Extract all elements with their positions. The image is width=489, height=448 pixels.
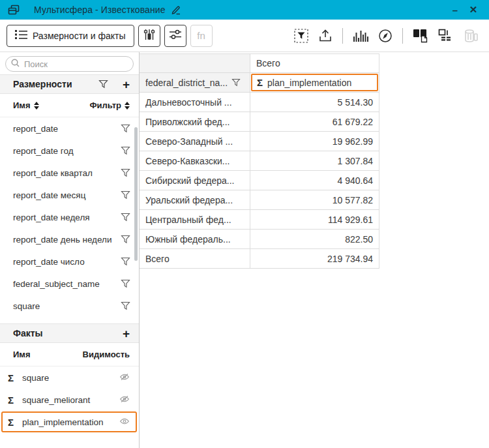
dimension-item[interactable]: report_date месяц — [0, 184, 139, 206]
dimension-item[interactable]: report_date квартал — [0, 162, 139, 184]
dimension-item[interactable]: report_date год — [0, 140, 139, 162]
app-window: Мультисфера - Известкование – ✕ Размерно… — [0, 0, 489, 448]
dimension-item[interactable]: report_date день недели — [0, 228, 139, 250]
edit-title-icon[interactable] — [171, 5, 181, 15]
sigma-icon: Σ — [8, 417, 22, 428]
row-label-cell[interactable]: Уральский федера... — [140, 190, 250, 210]
filter-column-header[interactable]: Фильтр — [89, 100, 121, 110]
value-cell[interactable]: 10 577.82 — [250, 190, 379, 210]
dimensions-facts-button[interactable]: Размерности и факты — [7, 25, 134, 47]
facts-section-header: Факты + — [0, 323, 139, 343]
dimension-item[interactable]: square — [0, 295, 139, 317]
value-cell[interactable]: 4 940.64 — [250, 171, 379, 190]
table-row: Южный федераль... 822.50 — [140, 230, 489, 249]
value-cell[interactable]: 822.50 — [250, 230, 379, 249]
dimensions-facts-label: Размерности и факты — [33, 31, 126, 41]
sigma-icon: Σ — [257, 77, 263, 88]
bar-chart-icon[interactable] — [353, 29, 368, 42]
compass-icon[interactable] — [378, 29, 393, 43]
minimize-button[interactable]: – — [446, 2, 464, 18]
name-column-header[interactable]: Имя — [13, 100, 31, 110]
filter-icon[interactable] — [121, 213, 130, 222]
filter-icon[interactable] — [121, 235, 130, 244]
table-row: Северо-Кавказски... 1 307.84 — [140, 151, 489, 171]
toolbar-divider — [402, 28, 403, 44]
filter-icon[interactable] — [121, 190, 130, 200]
add-dimension-button[interactable]: + — [123, 78, 130, 91]
vertical-sliders-button[interactable] — [138, 25, 160, 47]
row-label-cell[interactable]: Южный федераль... — [140, 230, 250, 249]
table-row: Дальневосточный ... 5 514.30 — [140, 93, 489, 112]
row-label-cell[interactable]: Дальневосточный ... — [140, 93, 250, 112]
pivot-corner-cell — [140, 53, 250, 73]
table-row: Сибирский федера... 4 940.64 — [140, 171, 489, 190]
fact-item[interactable]: Σ square — [0, 366, 139, 389]
pivot-total-column-header[interactable]: Всего — [250, 53, 379, 73]
eye-slash-icon[interactable] — [119, 395, 130, 405]
title-bar: Мультисфера - Известкование – ✕ — [0, 0, 489, 20]
facts-title: Факты — [13, 328, 43, 338]
table-row: Северо-Западный ... 19 962.99 — [140, 132, 489, 151]
filter-icon[interactable] — [121, 168, 130, 177]
filter-icon[interactable] — [121, 279, 130, 288]
sort-name-icon[interactable] — [34, 102, 39, 110]
fact-item[interactable]: Σ square_meliorant — [0, 389, 139, 411]
facts-column-headers: Имя Видимость — [0, 343, 139, 366]
dimension-item[interactable]: report_date неделя — [0, 206, 139, 228]
dimension-item[interactable]: federal_subject_name — [0, 273, 139, 295]
add-fact-button[interactable]: + — [123, 327, 130, 340]
filter-icon[interactable] — [121, 124, 130, 133]
eye-slash-icon[interactable] — [119, 373, 130, 383]
toolbar: Размерности и факты — [0, 20, 489, 52]
dimension-item[interactable]: report_date — [0, 117, 139, 140]
name-column-header: Имя — [13, 350, 31, 359]
value-cell[interactable]: 114 929.61 — [250, 210, 379, 230]
value-cell[interactable]: 61 679.22 — [250, 112, 379, 132]
value-cell[interactable]: 19 962.99 — [250, 132, 379, 151]
search-box[interactable] — [5, 56, 134, 72]
row-label-cell[interactable]: Северо-Западный ... — [140, 132, 250, 151]
row-label-cell[interactable]: Приволжский фед... — [140, 112, 250, 132]
selection-filter-icon[interactable] — [294, 29, 308, 43]
value-cell[interactable]: 1 307.84 — [250, 151, 379, 171]
filter-icon[interactable] — [231, 78, 241, 87]
filter-icon[interactable] — [121, 146, 130, 155]
value-cell[interactable]: 5 514.30 — [250, 93, 379, 112]
sidebar-scrollbar[interactable] — [134, 127, 138, 261]
fact-item-highlighted[interactable]: Σ plan_implementation — [0, 411, 139, 433]
search-input[interactable] — [24, 59, 139, 69]
toolbar-right-group — [294, 28, 482, 44]
horizontal-sliders-icon — [169, 29, 182, 43]
export-icon[interactable] — [318, 29, 333, 43]
close-button[interactable]: ✕ — [464, 2, 482, 18]
value-cell[interactable]: 219 734.94 — [250, 249, 379, 269]
eye-icon[interactable] — [119, 417, 130, 427]
pivot-table: Всего federal_district_na... Σ plan_impl… — [140, 53, 489, 269]
filter-icon[interactable] — [121, 257, 130, 266]
filter-icon[interactable] — [121, 301, 130, 310]
row-label-cell[interactable]: Центральный фед... — [140, 210, 250, 230]
table-row: Приволжский фед... 61 679.22 — [140, 112, 489, 132]
vertical-sliders-icon — [143, 29, 155, 43]
dimensions-title: Размерности — [13, 79, 72, 89]
dimension-item[interactable]: report_date число — [0, 250, 139, 273]
window-title: Мультисфера - Известкование — [34, 5, 166, 15]
row-label-cell[interactable]: Всего — [140, 249, 250, 269]
search-icon — [11, 58, 20, 70]
visibility-column-header: Видимость — [83, 350, 130, 359]
pivot-area: Всего federal_district_na... Σ plan_impl… — [140, 52, 489, 448]
pivot-measure-header[interactable]: Σ plan_implementation — [250, 73, 379, 93]
sort-filter-icon[interactable] — [125, 102, 130, 110]
copy-pages-icon[interactable] — [413, 29, 428, 43]
sigma-icon: Σ — [8, 372, 22, 383]
row-label-cell[interactable]: Сибирский федера... — [140, 171, 250, 190]
horizontal-sliders-button[interactable] — [164, 25, 186, 47]
layout-structure-icon[interactable] — [438, 29, 453, 43]
sigma-icon: Σ — [8, 395, 22, 406]
row-label-cell[interactable]: Северо-Кавказски... — [140, 151, 250, 171]
table-row-total: Всего 219 734.94 — [140, 249, 489, 269]
pivot-row-dimension-header[interactable]: federal_district_na... — [140, 73, 250, 93]
dimensions-filter-icon[interactable] — [98, 80, 108, 89]
archive-icon-disabled — [463, 29, 479, 43]
table-row: Уральский федера... 10 577.82 — [140, 190, 489, 210]
